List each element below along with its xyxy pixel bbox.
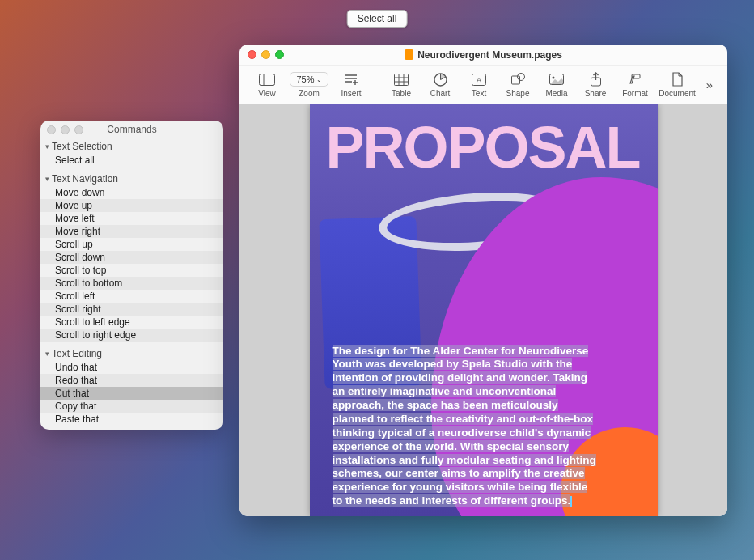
section-header-label: Text Selection <box>52 141 112 152</box>
svg-point-20 <box>553 77 555 79</box>
chevron-down-icon: ▾ <box>45 175 49 183</box>
cmd-scroll-to-bottom[interactable]: Scroll to bottom <box>40 277 223 290</box>
section-header[interactable]: ▾ Text Selection <box>40 139 223 154</box>
chart-icon <box>434 71 447 87</box>
body-text[interactable]: The design for The Alder Center for Neur… <box>333 345 599 509</box>
view-button[interactable]: View <box>248 71 286 98</box>
shape-icon <box>511 71 525 87</box>
toolbar-label: Format <box>622 89 648 98</box>
commands-title: Commands <box>40 124 223 135</box>
cmd-copy-that[interactable]: Copy that <box>40 400 223 413</box>
media-button[interactable]: Media <box>537 71 576 98</box>
chevron-down-icon: ▾ <box>45 350 49 358</box>
format-button[interactable]: Format <box>616 71 654 98</box>
insert-icon <box>344 71 358 87</box>
pages-titlebar: Neurodivergent Museum.pages <box>239 45 727 66</box>
section-text-navigation: ▾ Text Navigation Move down Move up Move… <box>40 171 223 346</box>
text-cursor <box>570 496 572 507</box>
format-icon <box>628 71 642 87</box>
text-button[interactable]: A Text <box>460 71 498 98</box>
cmd-scroll-to-left-edge[interactable]: Scroll to left edge <box>40 316 223 329</box>
media-icon <box>549 71 564 87</box>
chevron-down-icon: ▾ <box>45 142 49 151</box>
section-text-selection: ▾ Text Selection Select all <box>40 138 223 171</box>
toolbar-label: Insert <box>341 89 361 98</box>
cmd-scroll-to-right-edge[interactable]: Scroll to right edge <box>40 329 223 342</box>
section-header[interactable]: ▾ Text Navigation <box>40 172 223 186</box>
cmd-scroll-up[interactable]: Scroll up <box>40 238 223 251</box>
cmd-scroll-right[interactable]: Scroll right <box>40 303 223 316</box>
share-button[interactable]: Share <box>576 71 615 98</box>
svg-rect-7 <box>395 74 409 85</box>
document-title-label: Neurodivergent Museum.pages <box>417 49 562 61</box>
section-text-editing: ▾ Text Editing Undo that Redo that Cut t… <box>40 346 223 430</box>
voice-tooltip: Select all <box>347 10 408 28</box>
toolbar-label: Shape <box>506 89 530 98</box>
cmd-paste-that[interactable]: Paste that <box>40 413 223 426</box>
document-button[interactable]: Document <box>654 71 700 98</box>
pages-doc-icon <box>405 49 413 60</box>
svg-text:A: A <box>477 76 481 84</box>
cmd-select-all[interactable]: Select all <box>40 154 223 167</box>
toolbar-label: Table <box>392 89 411 98</box>
table-button[interactable]: Table <box>382 71 421 98</box>
chevron-down-icon: ⌄ <box>316 76 322 83</box>
cmd-move-down[interactable]: Move down <box>40 186 223 199</box>
cmd-move-left[interactable]: Move left <box>40 212 223 225</box>
cmd-scroll-down[interactable]: Scroll down <box>40 251 223 264</box>
page[interactable]: PROPOSAL The design for The Alder Center… <box>310 104 658 516</box>
cmd-scroll-left[interactable]: Scroll left <box>40 290 223 303</box>
document-canvas[interactable]: PROPOSAL The design for The Alder Center… <box>239 104 727 516</box>
cmd-scroll-to-top[interactable]: Scroll to top <box>40 264 223 277</box>
text-icon: A <box>472 71 486 87</box>
shape-button[interactable]: Shape <box>498 71 537 98</box>
toolbar-label: View <box>258 89 276 98</box>
toolbar-overflow[interactable]: » <box>700 78 719 91</box>
page-heading[interactable]: PROPOSAL <box>326 114 658 180</box>
selected-text[interactable]: The design for The Alder Center for Neur… <box>333 345 596 507</box>
section-header-label: Text Editing <box>52 348 102 359</box>
sidebar-icon <box>259 71 275 87</box>
cmd-move-up[interactable]: Move up <box>40 199 223 212</box>
cmd-move-right[interactable]: Move right <box>40 225 223 238</box>
cmd-undo-that[interactable]: Undo that <box>40 361 223 374</box>
section-header[interactable]: ▾ Text Editing <box>40 346 223 361</box>
svg-rect-0 <box>260 74 275 85</box>
chart-button[interactable]: Chart <box>421 71 460 98</box>
share-icon <box>590 71 602 87</box>
document-icon <box>671 71 683 87</box>
toolbar-label: Media <box>545 89 567 98</box>
cmd-redo-that[interactable]: Redo that <box>40 374 223 387</box>
commands-window: Commands ▾ Text Selection Select all ▾ T… <box>40 121 223 430</box>
toolbar-label: Share <box>585 89 607 98</box>
section-header-label: Text Navigation <box>52 173 118 185</box>
zoom-button[interactable]: 75%⌄ Zoom <box>286 71 332 98</box>
commands-titlebar: Commands <box>40 121 223 138</box>
toolbar-label: Zoom <box>299 89 320 98</box>
pages-window: Neurodivergent Museum.pages View 75%⌄ Zo… <box>239 45 727 516</box>
zoom-value: 75% <box>296 74 314 84</box>
toolbar-label: Text <box>472 89 486 98</box>
zoom-control: 75%⌄ <box>290 71 328 87</box>
insert-button[interactable]: Insert <box>332 71 371 98</box>
document-title: Neurodivergent Museum.pages <box>239 49 727 61</box>
cmd-cut-that[interactable]: Cut that <box>40 387 223 400</box>
table-icon <box>394 71 409 87</box>
chevron-right-icon: » <box>706 78 713 91</box>
toolbar-label: Chart <box>430 89 450 98</box>
toolbar: View 75%⌄ Zoom Insert Table Chart <box>239 66 727 104</box>
svg-point-18 <box>517 74 524 81</box>
toolbar-label: Document <box>659 89 696 98</box>
